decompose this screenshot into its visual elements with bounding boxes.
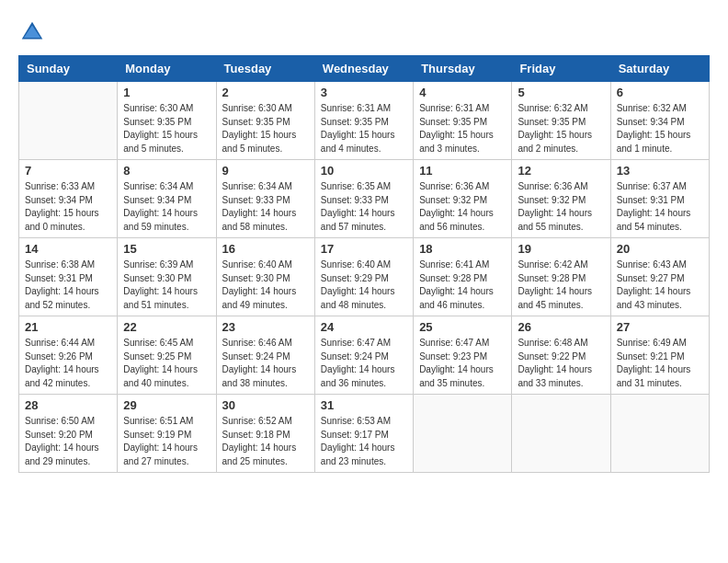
calendar-cell [414, 395, 512, 473]
calendar-cell: 28Sunrise: 6:50 AM Sunset: 9:20 PM Dayli… [19, 395, 118, 473]
calendar-header-tuesday: Tuesday [216, 56, 314, 82]
day-info: Sunrise: 6:48 AM Sunset: 9:22 PM Dayligh… [518, 337, 604, 390]
day-info: Sunrise: 6:42 AM Sunset: 9:28 PM Dayligh… [518, 259, 604, 312]
calendar-header-thursday: Thursday [414, 56, 512, 82]
calendar-week-row: 1Sunrise: 6:30 AM Sunset: 9:35 PM Daylig… [19, 82, 710, 160]
calendar-cell: 26Sunrise: 6:48 AM Sunset: 9:22 PM Dayli… [512, 316, 610, 395]
calendar-cell: 15Sunrise: 6:39 AM Sunset: 9:30 PM Dayli… [118, 238, 216, 316]
calendar-cell: 18Sunrise: 6:41 AM Sunset: 9:28 PM Dayli… [414, 238, 512, 316]
calendar-header-friday: Friday [512, 56, 610, 82]
calendar-header-row: SundayMondayTuesdayWednesdayThursdayFrid… [19, 56, 710, 82]
calendar-week-row: 14Sunrise: 6:38 AM Sunset: 9:31 PM Dayli… [19, 238, 710, 316]
day-info: Sunrise: 6:45 AM Sunset: 9:25 PM Dayligh… [123, 337, 210, 390]
calendar-cell: 9Sunrise: 6:34 AM Sunset: 9:33 PM Daylig… [216, 160, 314, 238]
day-info: Sunrise: 6:37 AM Sunset: 9:31 PM Dayligh… [617, 180, 703, 234]
calendar-cell: 11Sunrise: 6:36 AM Sunset: 9:32 PM Dayli… [414, 160, 512, 238]
page-header [18, 18, 710, 46]
calendar-cell: 6Sunrise: 6:32 AM Sunset: 9:34 PM Daylig… [610, 82, 709, 160]
calendar-cell: 25Sunrise: 6:47 AM Sunset: 9:23 PM Dayli… [414, 316, 512, 395]
day-info: Sunrise: 6:34 AM Sunset: 9:34 PM Dayligh… [123, 180, 210, 234]
day-number: 11 [419, 164, 506, 178]
day-info: Sunrise: 6:49 AM Sunset: 9:21 PM Dayligh… [617, 337, 703, 390]
day-info: Sunrise: 6:36 AM Sunset: 9:32 PM Dayligh… [518, 180, 604, 234]
day-number: 19 [518, 242, 604, 256]
calendar-cell: 1Sunrise: 6:30 AM Sunset: 9:35 PM Daylig… [118, 82, 216, 160]
calendar-week-row: 21Sunrise: 6:44 AM Sunset: 9:26 PM Dayli… [19, 316, 710, 395]
day-info: Sunrise: 6:32 AM Sunset: 9:35 PM Dayligh… [518, 102, 604, 155]
day-info: Sunrise: 6:35 AM Sunset: 9:33 PM Dayligh… [321, 180, 407, 234]
day-number: 17 [321, 242, 407, 256]
day-number: 16 [222, 242, 309, 256]
day-number: 15 [123, 242, 210, 256]
day-number: 4 [419, 86, 506, 99]
day-number: 28 [25, 398, 111, 412]
day-info: Sunrise: 6:40 AM Sunset: 9:30 PM Dayligh… [222, 259, 309, 312]
day-number: 21 [25, 320, 111, 334]
day-number: 23 [222, 320, 309, 334]
day-info: Sunrise: 6:52 AM Sunset: 9:18 PM Dayligh… [222, 415, 309, 468]
day-info: Sunrise: 6:47 AM Sunset: 9:24 PM Dayligh… [321, 337, 407, 390]
day-info: Sunrise: 6:41 AM Sunset: 9:28 PM Dayligh… [419, 259, 506, 312]
calendar-cell [610, 395, 709, 473]
day-info: Sunrise: 6:39 AM Sunset: 9:30 PM Dayligh… [123, 259, 210, 312]
calendar-cell: 27Sunrise: 6:49 AM Sunset: 9:21 PM Dayli… [610, 316, 709, 395]
day-info: Sunrise: 6:44 AM Sunset: 9:26 PM Dayligh… [25, 337, 111, 390]
day-number: 5 [518, 86, 604, 99]
day-number: 7 [25, 164, 111, 178]
calendar-cell: 3Sunrise: 6:31 AM Sunset: 9:35 PM Daylig… [314, 82, 413, 160]
calendar-cell: 19Sunrise: 6:42 AM Sunset: 9:28 PM Dayli… [512, 238, 610, 316]
calendar-cell: 13Sunrise: 6:37 AM Sunset: 9:31 PM Dayli… [610, 160, 709, 238]
calendar-cell: 31Sunrise: 6:53 AM Sunset: 9:17 PM Dayli… [314, 395, 413, 473]
day-number: 3 [321, 86, 407, 99]
day-info: Sunrise: 6:30 AM Sunset: 9:35 PM Dayligh… [123, 102, 210, 155]
calendar-cell: 21Sunrise: 6:44 AM Sunset: 9:26 PM Dayli… [19, 316, 118, 395]
day-number: 20 [617, 242, 703, 256]
day-number: 30 [222, 398, 309, 412]
day-info: Sunrise: 6:53 AM Sunset: 9:17 PM Dayligh… [321, 415, 407, 468]
calendar-header-monday: Monday [118, 56, 216, 82]
calendar-cell: 24Sunrise: 6:47 AM Sunset: 9:24 PM Dayli… [314, 316, 413, 395]
day-info: Sunrise: 6:30 AM Sunset: 9:35 PM Dayligh… [222, 102, 309, 155]
day-info: Sunrise: 6:40 AM Sunset: 9:29 PM Dayligh… [321, 259, 407, 312]
day-number: 29 [123, 398, 210, 412]
calendar-cell: 8Sunrise: 6:34 AM Sunset: 9:34 PM Daylig… [118, 160, 216, 238]
day-info: Sunrise: 6:50 AM Sunset: 9:20 PM Dayligh… [25, 415, 111, 468]
calendar-cell: 2Sunrise: 6:30 AM Sunset: 9:35 PM Daylig… [216, 82, 314, 160]
calendar-cell: 29Sunrise: 6:51 AM Sunset: 9:19 PM Dayli… [118, 395, 216, 473]
day-info: Sunrise: 6:34 AM Sunset: 9:33 PM Dayligh… [222, 180, 309, 234]
day-number: 6 [617, 86, 703, 99]
calendar-header-saturday: Saturday [610, 56, 709, 82]
calendar-cell: 23Sunrise: 6:46 AM Sunset: 9:24 PM Dayli… [216, 316, 314, 395]
day-info: Sunrise: 6:38 AM Sunset: 9:31 PM Dayligh… [25, 259, 111, 312]
day-info: Sunrise: 6:51 AM Sunset: 9:19 PM Dayligh… [123, 415, 210, 468]
calendar-cell: 10Sunrise: 6:35 AM Sunset: 9:33 PM Dayli… [314, 160, 413, 238]
logo [18, 18, 50, 46]
day-number: 1 [123, 86, 210, 99]
calendar-cell: 22Sunrise: 6:45 AM Sunset: 9:25 PM Dayli… [118, 316, 216, 395]
calendar-week-row: 7Sunrise: 6:33 AM Sunset: 9:34 PM Daylig… [19, 160, 710, 238]
calendar-table: SundayMondayTuesdayWednesdayThursdayFrid… [18, 55, 710, 473]
day-info: Sunrise: 6:31 AM Sunset: 9:35 PM Dayligh… [419, 102, 506, 155]
day-number: 12 [518, 164, 604, 178]
day-info: Sunrise: 6:33 AM Sunset: 9:34 PM Dayligh… [25, 180, 111, 234]
calendar-cell: 30Sunrise: 6:52 AM Sunset: 9:18 PM Dayli… [216, 395, 314, 473]
day-number: 22 [123, 320, 210, 334]
calendar-cell: 17Sunrise: 6:40 AM Sunset: 9:29 PM Dayli… [314, 238, 413, 316]
day-number: 18 [419, 242, 506, 256]
day-number: 27 [617, 320, 703, 334]
day-number: 14 [25, 242, 111, 256]
calendar-header-sunday: Sunday [19, 56, 118, 82]
day-number: 9 [222, 164, 309, 178]
calendar-cell: 7Sunrise: 6:33 AM Sunset: 9:34 PM Daylig… [19, 160, 118, 238]
day-info: Sunrise: 6:43 AM Sunset: 9:27 PM Dayligh… [617, 259, 703, 312]
calendar-cell: 16Sunrise: 6:40 AM Sunset: 9:30 PM Dayli… [216, 238, 314, 316]
calendar-cell: 12Sunrise: 6:36 AM Sunset: 9:32 PM Dayli… [512, 160, 610, 238]
day-number: 31 [321, 398, 407, 412]
calendar-cell: 5Sunrise: 6:32 AM Sunset: 9:35 PM Daylig… [512, 82, 610, 160]
day-number: 10 [321, 164, 407, 178]
day-info: Sunrise: 6:46 AM Sunset: 9:24 PM Dayligh… [222, 337, 309, 390]
calendar-header-wednesday: Wednesday [314, 56, 413, 82]
calendar-week-row: 28Sunrise: 6:50 AM Sunset: 9:20 PM Dayli… [19, 395, 710, 473]
day-number: 25 [419, 320, 506, 334]
day-number: 24 [321, 320, 407, 334]
